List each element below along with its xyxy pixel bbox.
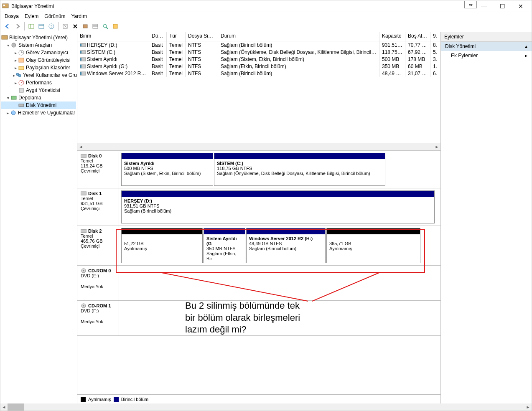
svg-rect-27 (19, 88, 23, 92)
tree-storage[interactable]: ▾Depolama (1, 94, 76, 101)
volume-row[interactable]: Sistem Ayrıldı (G:)BasitTemelNTFSSağlam … (77, 63, 440, 70)
disk-partitions: 51,22 GBAyrılmamışSistem Ayrıldı (G350 M… (119, 226, 440, 265)
tree-services[interactable]: ▸Hizmetler ve Uygulamalar (1, 109, 76, 117)
refresh-button[interactable] (61, 22, 70, 31)
tree-label: Disk Yönetimi (26, 102, 56, 108)
volume-row[interactable]: Windows Server 2012 R2 (H:)BasitTemelNTF… (77, 70, 440, 77)
svg-rect-43 (81, 229, 87, 233)
tree-eventviewer[interactable]: ▸Olay Görüntüleyicisi (1, 56, 76, 64)
menu-file[interactable]: Dosya (5, 13, 19, 19)
tree-label: Aygıt Yöneticisi (26, 87, 60, 93)
svg-rect-28 (11, 96, 16, 99)
scroll-right-icon[interactable]: ► (524, 403, 532, 411)
app-icon (2, 3, 9, 10)
disk-row[interactable]: Disk 2Temel465,76 GBÇevrimiçi 51,22 GBAy… (77, 226, 440, 266)
actions-header: Eylemler (441, 32, 532, 42)
nav-tree[interactable]: Bilgisayar Yönetimi (Yerel) ▾Sistem Araç… (0, 32, 77, 403)
menu-action[interactable]: Eylem (25, 13, 38, 19)
tree-shared[interactable]: ▸Paylaşılan Klasörler (1, 64, 76, 71)
legend-unalloc-label: Ayrılmamış (88, 397, 111, 402)
svg-rect-16 (2, 36, 8, 39)
svg-point-24 (18, 74, 21, 77)
partition-primary[interactable]: Sistem Ayrıldı500 MB NTFSSağlam (Sistem,… (121, 153, 213, 186)
volume-row[interactable]: SİSTEM (C:)BasitTemelNTFSSağlam (Önyükle… (77, 48, 440, 56)
disk-row[interactable]: Disk 0Temel119,24 GBÇevrimiçiSistem Ayrı… (77, 151, 440, 188)
partition-unallocated[interactable]: 365,71 GBAyrılmamış (326, 228, 420, 263)
close-button[interactable]: ✕ (512, 0, 530, 12)
properties-button[interactable] (37, 22, 46, 31)
menu-help[interactable]: Yardım (71, 13, 87, 19)
restore-down-extra-icon[interactable]: ⇔ (464, 1, 477, 8)
tree-scheduler[interactable]: ▸Görev Zamanlayıcı (1, 49, 76, 56)
disk-row[interactable]: Disk 1Temel931,51 GBÇevrimiçiHERŞEY (D:)… (77, 188, 440, 226)
help-button[interactable]: ? (47, 22, 56, 31)
maximize-button[interactable]: ☐ (493, 0, 512, 12)
col-bos[interactable]: Boş Alan (405, 32, 430, 41)
forward-button[interactable] (13, 22, 22, 31)
tree-root[interactable]: Bilgisayar Yönetimi (Yerel) (1, 34, 76, 41)
scroll-right-icon[interactable]: ► (433, 143, 440, 150)
tree-label: Paylaşılan Klasörler (26, 65, 70, 71)
tree-diskmgmt[interactable]: Disk Yönetimi (1, 101, 76, 109)
disk-label: CD-ROM 1DVD (F:)Medya Yok (77, 301, 119, 335)
tree-users[interactable]: ▸Yerel Kullanıcılar ve Gru (1, 71, 76, 79)
tree-tools[interactable]: ▾Sistem Araçları (1, 41, 76, 49)
volume-list-header[interactable]: Birim Düzen Tür Dosya Sistemi Durum Kapa… (77, 32, 440, 41)
tree-devmgr[interactable]: Aygıt Yöneticisi (1, 86, 76, 94)
volume-row[interactable]: Sistem AyrıldıBasitTemelNTFSSağlam (Sist… (77, 56, 440, 63)
partition-primary[interactable]: Windows Server 2012 R2 (H:)48,49 GB NTFS… (246, 228, 326, 263)
tree-perf[interactable]: ▸Performans (1, 79, 76, 86)
window-hscrollbar[interactable]: ◄ ► (0, 403, 532, 411)
scroll-thumb[interactable] (8, 403, 24, 411)
menubar: Dosya Eylem Görünüm Yardım (0, 12, 532, 20)
col-tur[interactable]: Tür (167, 32, 186, 41)
volume-row[interactable]: HERŞEY (D:)BasitTemelNTFSSağlam (Birinci… (77, 41, 440, 48)
svg-rect-36 (80, 58, 81, 61)
tree-root-label: Bilgisayar Yönetimi (Yerel) (9, 35, 68, 41)
svg-rect-42 (81, 192, 87, 195)
col-kap[interactable]: Kapasite (379, 32, 405, 41)
col-durum[interactable]: Durum (218, 32, 379, 41)
back-button[interactable] (3, 22, 12, 31)
svg-line-26 (21, 81, 23, 83)
tree-label: Sistem Araçları (18, 42, 52, 48)
list-button[interactable] (91, 22, 100, 31)
col-ext[interactable]: 9 (430, 32, 437, 41)
col-dosya[interactable]: Dosya Sistemi (186, 32, 218, 41)
extra-button[interactable] (111, 22, 120, 31)
svg-rect-40 (80, 72, 81, 75)
scroll-left-icon[interactable]: ◄ (77, 143, 84, 150)
volume-hscrollbar[interactable]: ◄ ► (77, 143, 440, 150)
svg-rect-10 (93, 24, 98, 28)
disk-graphical-view[interactable]: Disk 0Temel119,24 GBÇevrimiçiSistem Ayrı… (77, 151, 440, 394)
svg-line-14 (106, 27, 108, 29)
svg-rect-29 (19, 104, 24, 107)
svg-rect-9 (83, 25, 87, 28)
legend-primary-swatch (114, 397, 119, 402)
legend: Ayrılmamış Birincil bölüm (77, 394, 440, 403)
settings-button[interactable] (81, 22, 90, 31)
partition-unallocated[interactable]: 51,22 GBAyrılmamış (121, 228, 203, 263)
tree-label: Hizmetler ve Uygulamalar (18, 110, 75, 116)
svg-rect-38 (80, 65, 81, 68)
tree-label: Yerel Kullanıcılar ve Gru (23, 72, 77, 78)
detail-button[interactable] (101, 22, 110, 31)
scroll-left-icon[interactable]: ◄ (0, 403, 8, 411)
show-hide-button[interactable] (27, 22, 36, 31)
partition-primary[interactable]: HERŞEY (D:)931,51 GB NTFSSağlam (Birinci… (121, 190, 435, 223)
minimize-button[interactable]: — (475, 0, 493, 12)
disk-row[interactable]: CD-ROM 0DVD (E:)Medya Yok (77, 266, 440, 301)
col-birim[interactable]: Birim (77, 32, 149, 41)
disk-label: CD-ROM 0DVD (E:)Medya Yok (77, 266, 119, 300)
svg-point-47 (83, 305, 84, 307)
volume-list: Birim Düzen Tür Dosya Sistemi Durum Kapa… (77, 32, 440, 151)
svg-rect-22 (19, 66, 24, 70)
partition-primary[interactable]: SİSTEM (C:)118,75 GB NTFSSağlam (Önyükle… (214, 153, 385, 186)
actions-diskmgmt[interactable]: Disk Yönetimi▴ (441, 42, 532, 51)
menu-view[interactable]: Görünüm (44, 13, 65, 19)
delete-button[interactable] (71, 22, 80, 31)
partition-primary[interactable]: Sistem Ayrıldı (G350 MB NTFSSağlam (Etki… (204, 228, 245, 263)
chevron-up-icon: ▴ (525, 43, 527, 49)
actions-more[interactable]: Ek Eylemler▸ (441, 51, 532, 60)
col-duzen[interactable]: Düzen (149, 32, 167, 41)
